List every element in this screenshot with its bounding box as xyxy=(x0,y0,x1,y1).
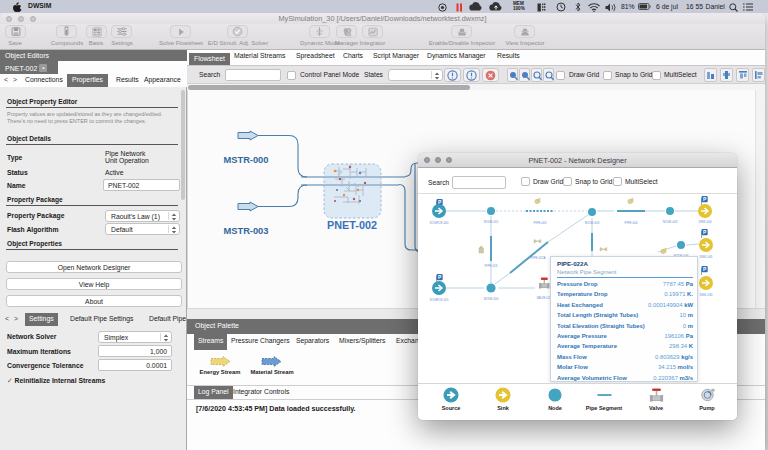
svg-text:MSTR-000: MSTR-000 xyxy=(224,155,269,165)
svg-text:SOURCE-020: SOURCE-020 xyxy=(430,298,449,302)
svg-text:PIPE-019: PIPE-019 xyxy=(485,264,498,268)
svg-text:NODE-001: NODE-001 xyxy=(484,220,499,224)
svg-text:SINK-045: SINK-045 xyxy=(699,255,712,259)
svg-text:PIPE-004: PIPE-004 xyxy=(625,221,638,225)
svg-text:NODE-003: NODE-003 xyxy=(585,221,600,225)
svg-text:PIPE-022A: PIPE-022A xyxy=(531,256,546,260)
svg-text:SINK-030: SINK-030 xyxy=(699,293,712,297)
svg-text:PNET-002: PNET-002 xyxy=(327,219,377,231)
svg-text:MSTR-003: MSTR-003 xyxy=(224,226,269,236)
svg-text:PIPE-003: PIPE-003 xyxy=(534,221,547,225)
svg-text:SINK-004: SINK-004 xyxy=(698,220,711,224)
svg-text:NODE-000: NODE-000 xyxy=(484,297,499,301)
svg-text:SOURCE-000: SOURCE-000 xyxy=(430,221,449,225)
svg-text:NODE-043: NODE-043 xyxy=(663,220,678,224)
